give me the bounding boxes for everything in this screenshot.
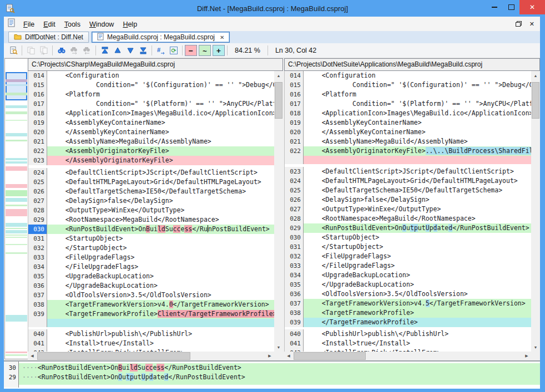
- code-line[interactable]: 028 <RootNamespace>MegaBuild</RootNamesp…: [285, 214, 531, 223]
- code-line[interactable]: 040 <PublishUrl>publish\</PublishUrl>: [285, 329, 531, 339]
- code-line[interactable]: 032 <FileUpgradeFlags>: [285, 252, 531, 261]
- code-line[interactable]: 026 <DelaySign>false</DelaySign>: [285, 195, 531, 205]
- scroll-down-arrow[interactable]: ▼: [531, 343, 540, 352]
- mdi-restore-button[interactable]: [516, 21, 522, 27]
- code-line[interactable]: 027 <OutputType>WinExe</OutputType>: [285, 205, 531, 214]
- code-line[interactable]: 037 <TargetFrameworkVersion>v4.5</Target…: [285, 299, 531, 308]
- code-line[interactable]: 025 <DefaultTargetSchema>IE50</DefaultTa…: [285, 186, 531, 195]
- menu-item-edit[interactable]: Edit: [39, 18, 60, 30]
- scroll-right-arrow[interactable]: ▶: [522, 352, 531, 360]
- code-line[interactable]: 017 Condition=" '$(Platform)' == '' ">An…: [285, 99, 531, 109]
- close-button[interactable]: ✕: [519, 0, 545, 14]
- recompare-button[interactable]: ⟳: [167, 44, 180, 57]
- code-line[interactable]: 034 <UpgradeBackupLocation>: [285, 271, 531, 280]
- code-line[interactable]: 022 <AssemblyOriginatorKeyFile>..\..\Bui…: [285, 146, 531, 156]
- code-line[interactable]: 029 <RootNamespace>MegaBuild</RootNamesp…: [28, 215, 274, 225]
- code-line[interactable]: 019 <AssemblyKeyContainerName>: [285, 118, 531, 128]
- code-line[interactable]: 014 <Configuration: [285, 71, 531, 80]
- right-code-area[interactable]: 014 <Configuration015 Condition=" '$(Con…: [284, 71, 531, 352]
- tab-diff-document[interactable]: MegaBuild.csproj : MegaBuild.csproj✕: [92, 32, 230, 43]
- code-line[interactable]: 022 <AssemblyOriginatorKeyFile>: [28, 146, 274, 156]
- code-line[interactable]: 028 <OutputType>WinExe</OutputType>: [28, 206, 274, 215]
- code-line[interactable]: 027 <DelaySign>false</DelaySign>: [28, 196, 274, 206]
- vertical-scroll-thumb[interactable]: [532, 82, 539, 119]
- code-line[interactable]: 030 <RunPostBuildEvent>OnBuildSuccess</R…: [28, 225, 274, 234]
- code-line[interactable]: 039 </TargetFrameworkProfile>: [285, 318, 531, 327]
- code-line[interactable]: 024 <DefaultClientScript>JScript</Defaul…: [28, 168, 274, 177]
- find-button[interactable]: [55, 44, 68, 57]
- code-line[interactable]: 015 Condition=" '$(Configuration)' == ''…: [28, 80, 274, 90]
- minimize-button[interactable]: [486, 0, 503, 14]
- code-line[interactable]: 041 <Install>true</Install>: [28, 339, 274, 348]
- code-line[interactable]: 026 <DefaultTargetSchema>IE50</DefaultTa…: [28, 187, 274, 196]
- maximize-button[interactable]: [503, 0, 519, 14]
- code-line[interactable]: 018 <ApplicationIcon>Images\MegaBuild.ic…: [285, 109, 531, 118]
- code-line[interactable]: 038 <TargetFrameworkVersion>v4.0</Target…: [28, 300, 274, 309]
- left-code-area[interactable]: 014 <Configuration015 Condition=" '$(Con…: [28, 71, 274, 352]
- code-line[interactable]: 037 <OldToolsVersion>3.5</OldToolsVersio…: [28, 291, 274, 300]
- code-line[interactable]: 039 <TargetFrameworkProfile>Client</Targ…: [28, 309, 274, 319]
- scroll-right-arrow[interactable]: ▶: [265, 352, 274, 360]
- scroll-up-arrow[interactable]: ▲: [274, 71, 283, 80]
- menu-item-file[interactable]: File: [19, 18, 39, 30]
- scroll-up-arrow[interactable]: ▲: [531, 71, 540, 80]
- code-line[interactable]: 020 </AssemblyKeyContainerName>: [28, 128, 274, 137]
- code-line[interactable]: 015 Condition=" '$(Configuration)' == ''…: [285, 80, 531, 90]
- print-preview-button[interactable]: [7, 44, 19, 57]
- diff-overview-map[interactable]: [4, 58, 28, 359]
- code-line[interactable]: 016 <Platform: [28, 90, 274, 99]
- code-line[interactable]: 021 <AssemblyName>MegaBuild</AssemblyNam…: [28, 137, 274, 146]
- app-icon[interactable]: [5, 3, 15, 13]
- mdi-child-system-icon[interactable]: [8, 18, 16, 29]
- view-changes-toggle[interactable]: ~: [199, 45, 211, 56]
- mdi-close-button[interactable]: ✕: [529, 21, 534, 28]
- code-line[interactable]: 017 Condition=" '$(Platform)' == '' ">An…: [28, 99, 274, 109]
- right-horizontal-scrollbar[interactable]: ◀ ▶: [284, 352, 531, 360]
- code-line[interactable]: 020 </AssemblyKeyContainerName>: [285, 128, 531, 137]
- code-line[interactable]: 032 </StartupObject>: [28, 243, 274, 253]
- code-line[interactable]: 030 <StartupObject>: [285, 233, 531, 242]
- code-line[interactable]: 033 <FileUpgradeFlags>: [28, 253, 274, 262]
- code-line[interactable]: 019 <AssemblyKeyContainerName>: [28, 118, 274, 128]
- overview-viewport[interactable]: [6, 72, 27, 100]
- menu-item-tools[interactable]: Tools: [60, 18, 85, 30]
- code-line[interactable]: 040 <PublishUrl>publish\</PublishUrl>: [28, 329, 274, 339]
- scroll-down-arrow[interactable]: ▼: [274, 343, 283, 352]
- horizontal-scroll-thumb[interactable]: [294, 352, 366, 360]
- code-line[interactable]: 034 </FileUpgradeFlags>: [28, 262, 274, 272]
- code-line[interactable]: 041 <Install>true</Install>: [285, 339, 531, 348]
- code-line[interactable]: 031 <StartupObject>: [28, 234, 274, 243]
- code-line[interactable]: [28, 319, 274, 327]
- menu-item-help[interactable]: Help: [118, 18, 142, 30]
- scroll-left-arrow[interactable]: ◀: [284, 352, 293, 360]
- menu-item-window[interactable]: Window: [85, 18, 118, 30]
- code-line[interactable]: 035 </UpgradeBackupLocation>: [285, 280, 531, 289]
- code-line[interactable]: 036 <OldToolsVersion>3.5</OldToolsVersio…: [285, 289, 531, 299]
- vertical-scroll-thumb[interactable]: [275, 82, 282, 119]
- code-line[interactable]: 029 <RunPostBuildEvent>OnOutputUpdated</…: [285, 223, 531, 233]
- code-line[interactable]: 018 <ApplicationIcon>Images\MegaBuild.ic…: [28, 109, 274, 118]
- go-to-line-button[interactable]: #: [154, 44, 167, 57]
- code-line[interactable]: 025 <DefaultHTMLPageLayout>Grid</Default…: [28, 177, 274, 187]
- code-line[interactable]: 023 </AssemblyOriginatorKeyFile>: [28, 156, 274, 165]
- tab-close-icon[interactable]: ✕: [220, 34, 224, 40]
- code-line[interactable]: [285, 156, 531, 164]
- title-bar[interactable]: Diff.Net - [MegaBuild.csproj : MegaBuild…: [0, 0, 545, 17]
- first-difference-button[interactable]: [98, 44, 111, 57]
- code-line[interactable]: 021 <AssemblyName>MegaBuild</AssemblyNam…: [285, 137, 531, 146]
- next-difference-button[interactable]: [124, 44, 137, 57]
- code-line[interactable]: 014 <Configuration: [28, 71, 274, 80]
- left-vertical-scrollbar[interactable]: ▲ ▼: [274, 71, 283, 352]
- code-line[interactable]: 031 </StartupObject>: [285, 242, 531, 252]
- scroll-left-arrow[interactable]: ◀: [28, 352, 37, 360]
- horizontal-scroll-thumb[interactable]: [37, 352, 190, 360]
- left-horizontal-scrollbar[interactable]: ◀ ▶: [28, 352, 274, 360]
- previous-difference-button[interactable]: [111, 44, 124, 57]
- code-line[interactable]: 023 <DefaultClientScript>JScript</Defaul…: [285, 167, 531, 176]
- view-deletions-toggle[interactable]: −: [185, 45, 197, 56]
- code-line[interactable]: 033 </FileUpgradeFlags>: [285, 261, 531, 271]
- last-difference-button[interactable]: [137, 44, 149, 57]
- right-vertical-scrollbar[interactable]: ▲ ▼: [531, 71, 540, 352]
- view-insertions-toggle[interactable]: +: [213, 45, 225, 56]
- code-line[interactable]: 024 <DefaultHTMLPageLayout>Grid</Default…: [285, 176, 531, 186]
